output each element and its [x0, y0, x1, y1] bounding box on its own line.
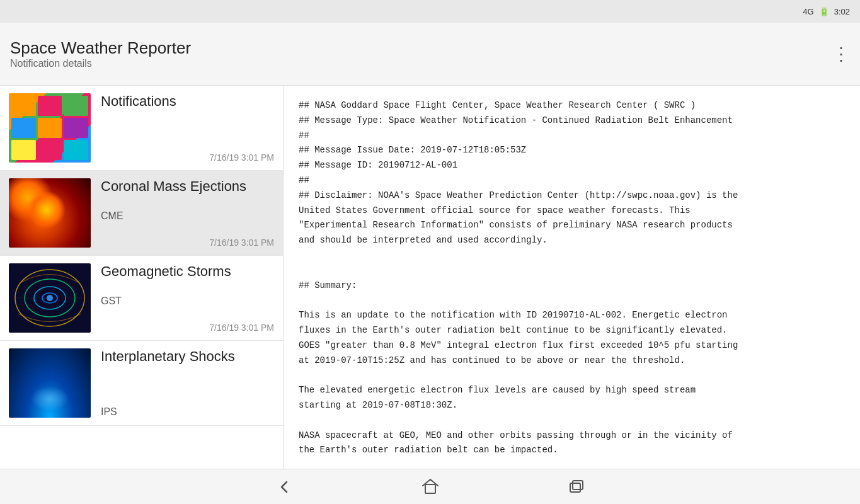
list-item[interactable]: Geomagnetic Storms GST 7/16/19 3:01 PM: [0, 256, 283, 341]
notifications-thumbnail: [9, 93, 91, 163]
svg-rect-8: [573, 481, 583, 490]
app-subtitle: Notification details: [10, 58, 191, 69]
cme-thumbnail: [9, 178, 91, 248]
list-item[interactable]: Interplanetary Shocks IPS: [0, 341, 283, 426]
list-item-title: Interplanetary Shocks: [101, 348, 274, 365]
ips-thumbnail: [9, 348, 91, 418]
list-item-date: 7/16/19 3:01 PM: [101, 238, 274, 248]
svg-rect-6: [425, 484, 435, 493]
list-item-info: Interplanetary Shocks IPS: [101, 348, 274, 418]
list-item[interactable]: Notifications 7/16/19 3:01 PM: [0, 86, 283, 171]
list-item-title: Coronal Mass Ejections: [101, 178, 274, 195]
app-title: Space Weather Reporter: [10, 38, 191, 58]
more-options-button[interactable]: ⋮: [832, 45, 850, 63]
list-item-info: Geomagnetic Storms GST 7/16/19 3:01 PM: [101, 263, 274, 333]
list-item-subtitle: CME: [101, 210, 274, 222]
nav-bar: [0, 469, 860, 504]
list-item-title: Geomagnetic Storms: [101, 263, 274, 280]
time-display: 3:02: [834, 7, 850, 16]
main-content: Notifications 7/16/19 3:01 PM Coronal Ma…: [0, 86, 860, 469]
back-button[interactable]: [274, 477, 294, 497]
app-bar: Space Weather Reporter Notification deta…: [0, 23, 860, 86]
list-item-info: Notifications 7/16/19 3:01 PM: [101, 93, 274, 163]
list-item-info: Coronal Mass Ejections CME 7/16/19 3:01 …: [101, 178, 274, 248]
home-button[interactable]: [420, 477, 440, 497]
recents-button[interactable]: [566, 477, 587, 497]
left-panel-list: Notifications 7/16/19 3:01 PM Coronal Ma…: [0, 86, 284, 469]
battery-icon: 🔋: [819, 7, 829, 16]
svg-rect-7: [570, 483, 580, 492]
list-item-title: Notifications: [101, 93, 274, 110]
detail-content: ## NASA Goddard Space Flight Center, Spa…: [299, 98, 845, 469]
right-panel-detail: ## NASA Goddard Space Flight Center, Spa…: [284, 86, 860, 469]
list-item-subtitle: IPS: [101, 406, 274, 418]
gst-thumbnail: [9, 263, 91, 333]
signal-label: 4G: [803, 7, 813, 16]
list-item-date: 7/16/19 3:01 PM: [101, 323, 274, 333]
list-item[interactable]: Coronal Mass Ejections CME 7/16/19 3:01 …: [0, 171, 283, 256]
status-bar: 4G 🔋 3:02: [0, 0, 860, 23]
app-bar-titles: Space Weather Reporter Notification deta…: [10, 38, 191, 69]
list-item-subtitle: GST: [101, 295, 274, 307]
list-item-date: 7/16/19 3:01 PM: [101, 152, 274, 163]
